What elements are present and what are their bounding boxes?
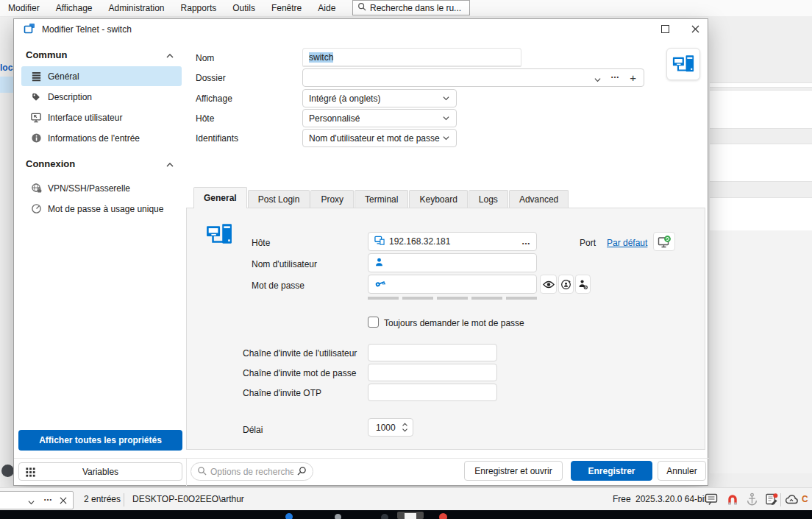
chevron-up-icon [165,52,174,60]
taskbar-active-app[interactable] [397,512,424,519]
dossier-combobox[interactable]: … + [302,68,644,87]
save-and-open-button[interactable]: Enregistrer et ouvrir [464,461,563,481]
strength-segment [471,297,502,300]
prompt-password-input[interactable] [368,364,497,381]
always-ask-password-checkbox[interactable] [368,317,379,328]
host-input[interactable]: 192.168.32.181 … [368,232,537,251]
tab-keyboard[interactable]: Keyboard [409,190,467,208]
hote-mode-dropdown[interactable]: Personnalisé [302,109,457,127]
taskbar-app-icon[interactable] [285,513,293,519]
username-label: Nom d'utilisateur [252,259,317,269]
footer-vertical-divider [186,459,187,486]
prompt-user-input[interactable] [368,344,497,361]
cancel-button[interactable]: Annuler [658,461,706,481]
nom-value: switch [309,52,333,63]
identity-text[interactable]: DESKTOP-E0O2EEO\arthur [132,488,244,511]
clock-icon [30,203,42,215]
search-options-input[interactable] [210,467,293,477]
dialog-titlebar[interactable]: Modifier Telnet - switch [14,19,708,39]
anchor-icon[interactable] [746,492,758,508]
delay-spinner[interactable]: 1000 [368,418,413,437]
host-browse-button[interactable]: … [521,236,530,247]
tab-post-login[interactable]: Post Login [248,190,310,208]
dossier-label: Dossier [196,73,226,83]
sidebar-item-interface-utilisateur[interactable]: Interface utilisateur [21,107,182,127]
edit-telnet-dialog: Modifier Telnet - switch Commun Général … [13,18,708,486]
maximize-button[interactable] [648,19,682,39]
save-label: Enregistrer [588,466,635,476]
feedback-icon[interactable] [705,493,718,508]
taskbar-app-icon[interactable] [439,513,447,519]
key-icon [374,278,386,291]
credentials-manager-button[interactable] [575,275,591,294]
menu-affichage[interactable]: Affichage [48,0,101,16]
port-default-link[interactable]: Par défaut [607,238,647,248]
bg-band [710,197,812,231]
menu-aide[interactable]: Aide [310,0,343,16]
identifiants-label: Identifiants [196,133,238,144]
background-help-icon [1,465,14,477]
variables-button-label: Variables [82,467,118,477]
variables-button[interactable]: Variables [18,462,182,481]
tab-general[interactable]: General [193,187,247,208]
window-icon [405,513,416,519]
chevron-down-icon[interactable] [594,75,602,85]
filter-more-button[interactable]: … [43,492,52,503]
prompt-otp-input[interactable] [368,384,497,401]
tab-terminal[interactable]: Terminal [355,190,408,208]
menu-modifier[interactable]: Modifier [0,0,48,16]
taskbar-app-icon[interactable] [381,514,388,519]
taskbar[interactable] [0,510,812,519]
cloud-sync-icon[interactable] [785,493,799,508]
notes-icon[interactable] [765,492,778,508]
sidebar-item-informations[interactable]: Informations de l'entrée [21,128,182,148]
dialog-window-icon [24,23,35,37]
search-submit-icon[interactable] [297,466,307,478]
menu-rapports[interactable]: Rapports [173,0,225,16]
collapse-connexion-button[interactable] [165,160,174,171]
identifiants-dropdown[interactable]: Nom d'utilisateur et mot de passe [302,129,457,147]
generate-password-button[interactable] [558,275,574,294]
sidebar-item-description[interactable]: Description [21,87,182,107]
test-connection-button[interactable] [653,232,675,251]
ribbon-search-input[interactable]: Recherche dans le ru... [352,0,470,15]
reveal-password-button[interactable] [540,275,557,294]
spinner-arrows[interactable] [402,423,408,432]
filter-box[interactable]: … [0,491,74,509]
dialog-title: Modifier Telnet - switch [42,24,132,35]
magnet-icon[interactable] [726,492,739,509]
affichage-dropdown[interactable]: Intégré (à onglets) [302,89,457,107]
password-input[interactable] [368,275,537,294]
sidebar-item-vpn-ssh-passerelle[interactable]: VPN/SSH/Passerelle [21,178,182,198]
chevron-down-icon [442,133,450,144]
taskbar-app-icon[interactable] [335,514,341,519]
delay-value: 1000 [376,423,396,433]
show-all-properties-button[interactable]: Afficher toutes les propriétés [18,430,182,451]
close-button[interactable] [682,19,708,39]
username-input[interactable] [368,253,537,272]
entries-count: 2 entrées [84,488,121,511]
background-selected-row [0,77,13,93]
bg-band [710,82,812,88]
menu-administration[interactable]: Administration [101,0,173,16]
tab-advanced[interactable]: Advanced [509,190,569,208]
menu-outils[interactable]: Outils [224,0,263,16]
sidebar-item-general[interactable]: Général [21,66,182,86]
tab-proxy[interactable]: Proxy [310,190,354,208]
nom-input[interactable]: switch [302,48,521,67]
bg-band [710,230,812,473]
search-options-field[interactable] [190,462,313,481]
globe-lock-icon [30,183,42,194]
dossier-add-button[interactable]: + [630,71,636,84]
dossier-browse-button[interactable]: … [610,70,619,80]
menu-fenetre[interactable]: Fenêtre [263,0,310,16]
save-button[interactable]: Enregistrer [571,461,652,481]
strength-segment [402,297,433,300]
chevron-down-icon[interactable] [27,498,35,508]
tab-logs[interactable]: Logs [469,190,508,208]
close-icon [691,25,699,33]
collapse-commun-button[interactable] [165,52,174,62]
search-icon [357,2,366,13]
sidebar-item-otp[interactable]: Mot de passe à usage unique [21,199,182,219]
clear-filter-button[interactable] [60,496,67,506]
